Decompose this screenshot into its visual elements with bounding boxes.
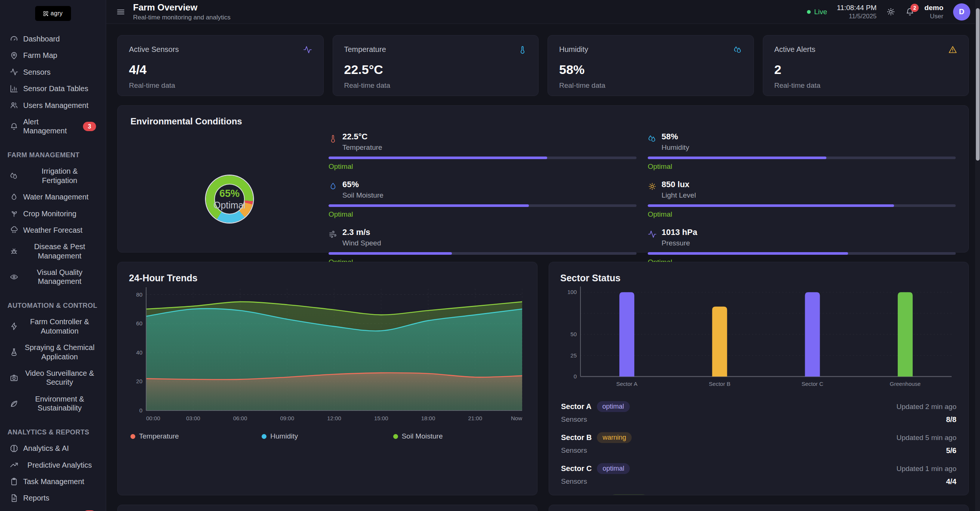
sidebar-item-label: Weather Forecast [23, 225, 96, 235]
camera-icon [10, 373, 18, 382]
svg-text:40: 40 [136, 349, 142, 355]
page-title: Farm Overview [133, 2, 231, 13]
sidebar-item-analytics-and-ai[interactable]: Analytics & AI [6, 440, 100, 457]
sidebar-item-video-surveillance-and-security[interactable]: Video Surveillance & Security [6, 365, 100, 391]
sun-icon [648, 182, 657, 191]
avatar[interactable]: D [953, 3, 970, 21]
leaf-icon-wrap [10, 399, 18, 408]
metric-label: Humidity [662, 143, 689, 152]
stats-row: Active Sensors4/4Real-time dataTemperatu… [117, 35, 969, 96]
zap-icon-wrap [10, 322, 18, 330]
clipboard-icon [10, 478, 18, 486]
sector-row-sensors: Sensors4/4 [561, 478, 956, 486]
sidebar-item-alert-management[interactable]: Alert Management3 [6, 114, 100, 139]
sector-name: Sector C [561, 464, 592, 473]
svg-text:60: 60 [136, 320, 142, 327]
sidebar-item-reports[interactable]: Reports [6, 490, 100, 506]
stat-subtext: Real-time data [129, 81, 312, 90]
metric-progress-track [329, 252, 636, 255]
current-date: 11/5/2025 [837, 13, 877, 20]
metric-progress-fill [329, 157, 547, 159]
trends-area-chart: 02040608000:0003:0006:0009:0012:0015:001… [129, 284, 527, 425]
environmental-conditions-panel: Environmental Conditions 65% Optimal 22.… [117, 105, 969, 252]
sidebar: agry DashboardFarm MapSensorsSensor Data… [0, 0, 106, 511]
live-dot-icon [807, 10, 811, 14]
clock: 11:08:44 PM 11/5/2025 [837, 4, 877, 20]
sidebar-item-label: Environment & Sustainability [23, 394, 96, 413]
svg-text:Sector B: Sector B [709, 381, 731, 387]
sidebar-item-label: Dashboard [23, 34, 96, 43]
brand-logo[interactable]: agry [35, 6, 71, 21]
activity-icon [10, 68, 18, 76]
metric-progress-track [329, 157, 636, 159]
sector-row-main: GreenhouseexcellentUpdated Just now [561, 494, 956, 495]
svg-text:15:00: 15:00 [374, 415, 388, 421]
users-icon [10, 101, 18, 110]
sidebar-item-spraying-and-chemical-application[interactable]: Spraying & Chemical Application [6, 339, 100, 365]
sidebar-item-task-management[interactable]: Task Management [6, 473, 100, 490]
sidebar-item-alerts[interactable]: Alerts3 [6, 506, 100, 511]
metric-label: Light Level [662, 191, 696, 200]
sidebar-item-users-management[interactable]: Users Management [6, 97, 100, 114]
metric-progress-fill [329, 252, 452, 255]
sidebar-item-sensor-data-tables[interactable]: Sensor Data Tables [6, 80, 100, 97]
metric-progress-track [648, 252, 956, 255]
svg-text:09:00: 09:00 [280, 415, 294, 421]
legend-label: Soil Moisture [402, 432, 443, 440]
qr-logo-icon [43, 11, 49, 16]
svg-text:50: 50 [570, 331, 577, 337]
sidebar-item-weather-forecast[interactable]: Weather Forecast [6, 222, 100, 238]
map-pin-icon [10, 51, 18, 60]
stat-value: 2 [775, 62, 958, 77]
notifications-button[interactable]: 2 [905, 7, 915, 16]
metric-progress-fill [648, 204, 894, 207]
metric-wind-speed: 2.3 m/sWind SpeedOptimal [329, 227, 636, 266]
stat-card-header: Active Sensors [129, 45, 312, 56]
bell-icon [10, 122, 18, 131]
sidebar-item-water-management[interactable]: Water Management [6, 189, 100, 205]
main-area: Farm Overview Real-time monitoring and a… [106, 0, 980, 511]
sidebar-item-farm-map[interactable]: Farm Map [6, 47, 100, 63]
sidebar-item-visual-quality-management[interactable]: Visual Quality Management [6, 264, 100, 290]
stat-icon-wrap [303, 45, 312, 56]
bell-icon-wrap [10, 122, 18, 131]
clipboard-icon-wrap [10, 478, 18, 486]
metric-temperature: 22.5°CTemperatureOptimal [329, 132, 636, 171]
bar-chart-icon [10, 84, 18, 93]
sidebar-item-crop-monitoring[interactable]: Crop Monitoring [6, 205, 100, 222]
metric-status: Optimal [329, 210, 636, 219]
metric-value: 1013 hPa [662, 227, 697, 237]
sidebar-item-sensors[interactable]: Sensors [6, 64, 100, 80]
legend-dot-icon [130, 434, 135, 439]
sidebar-item-disease-and-pest-management[interactable]: Disease & Pest Management [6, 238, 100, 264]
stat-card-active-sensors: Active Sensors4/4Real-time data [117, 35, 324, 96]
sprout-icon [10, 209, 18, 218]
sidebar-item-predictive-analytics[interactable]: Predictive Analytics [6, 457, 100, 473]
cloud-rain-icon [10, 226, 18, 235]
sidebar-item-farm-controller-and-automation[interactable]: Farm Controller & Automation [6, 313, 100, 339]
stat-subtext: Real-time data [775, 81, 958, 90]
sidebar-item-label: Sensors [23, 68, 96, 76]
metric-light-level: 850 luxLight LevelOptimal [648, 180, 956, 219]
sidebar-item-environment-and-sustainability[interactable]: Environment & Sustainability [6, 391, 100, 416]
sidebar-item-label: Water Management [23, 192, 96, 202]
sidebar-item-dashboard[interactable]: Dashboard [6, 31, 100, 47]
sector-status-badge: excellent [610, 494, 648, 495]
wind-icon [329, 230, 337, 239]
page-subtitle: Real-time monitoring and analytics [133, 14, 231, 21]
flask-icon [10, 348, 18, 356]
sidebar-item-label: Sensor Data Tables [23, 84, 96, 93]
metric-status: Optimal [329, 162, 636, 171]
scrollbar-thumb[interactable] [976, 8, 980, 160]
menu-icon[interactable] [116, 7, 126, 17]
sector-row-sector-c: Sector CoptimalUpdated 1 min agoSensors4… [560, 459, 957, 490]
metric-humidity: 58%HumidityOptimal [648, 132, 956, 171]
theme-toggle-button[interactable] [886, 7, 896, 16]
metric-head: 2.3 m/sWind Speed [329, 227, 636, 247]
svg-text:Sector A: Sector A [616, 381, 638, 387]
sensors-label: Sensors [561, 478, 587, 486]
sidebar-item-label: Disease & Pest Management [23, 242, 96, 260]
overall-gauge-wrap: 65% Optimal [130, 132, 329, 266]
sidebar-item-irrigation-and-fertigation[interactable]: Irrigation & Fertigation [6, 163, 100, 189]
donut-center: 65% Optimal [215, 184, 244, 214]
